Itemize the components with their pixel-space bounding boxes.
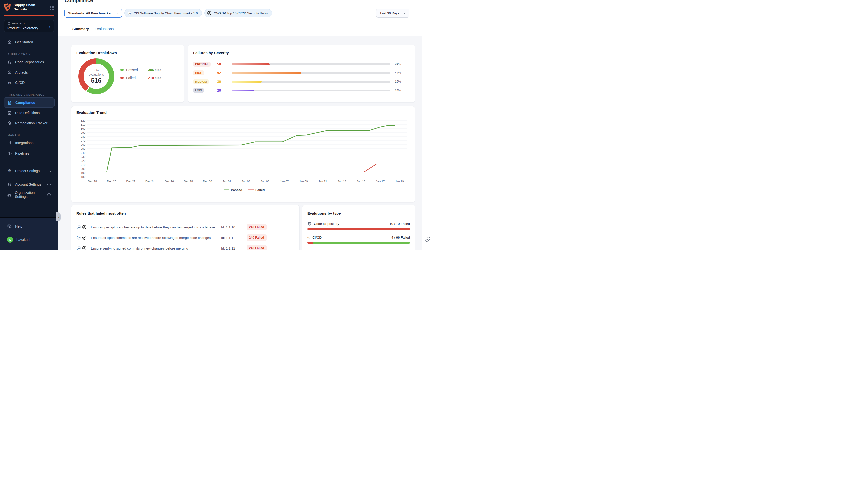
shield-logo-icon — [3, 3, 11, 12]
rule-failed-badge: 240 Failed — [247, 234, 267, 241]
severity-count: 29 — [217, 88, 232, 93]
standards-filter-select[interactable]: Standards: All Benchmarks — [64, 9, 122, 17]
benchmark-chip-owasp-top-10-ci-cd-s[interactable]: OWASP Top 10 CI/CD Security Risks — [204, 9, 272, 17]
failed-rule-row[interactable]: CISEnsure all open comments are resolved… — [76, 232, 267, 243]
svg-text:260: 260 — [81, 143, 85, 146]
svg-text:Jan 15: Jan 15 — [357, 180, 365, 183]
rule-text: Ensure all open comments are resolved be… — [91, 236, 221, 240]
sidebar-item-ci-cd[interactable]: ∞CI/CD — [3, 78, 54, 88]
sidebar-item-code-repositories[interactable]: Code Repositories — [3, 57, 54, 67]
severity-count: 92 — [217, 71, 232, 75]
svg-text:300: 300 — [81, 127, 85, 130]
svg-text:Passed: Passed — [231, 188, 243, 192]
layers-icon — [7, 182, 12, 187]
type-progress-bar — [307, 228, 410, 230]
type-value: 4 / 66 Failed — [391, 236, 410, 240]
project-selector[interactable]: PROJECT Product Exploratory › — [4, 20, 54, 33]
sidebar-item-remediation-tracker[interactable]: Remediation Tracker — [3, 118, 54, 128]
severity-bar — [232, 90, 390, 92]
evaluation-trend-card: Evaluation Trend 32031030029028027026025… — [71, 106, 415, 202]
sidebar-item-label: Help — [15, 224, 22, 228]
infinity-icon: ∞ — [7, 81, 12, 85]
svg-text:320: 320 — [81, 119, 85, 122]
svg-text:Jan 09: Jan 09 — [299, 180, 308, 183]
svg-text:CIS: CIS — [128, 12, 131, 14]
legend-label: Passed — [126, 68, 148, 72]
failed-rule-row[interactable]: CISEnsure verifying signed commits of ne… — [76, 243, 267, 250]
chip-label: CIS Software Supply Chain Benchmarks 1.0 — [134, 11, 198, 15]
sidebar-item-organization-settings[interactable]: Organization Settings — [3, 190, 54, 200]
user-menu[interactable]: L Lavakush — [3, 234, 54, 245]
severity-row-low: LOW2914% — [193, 88, 410, 93]
pipelines-icon — [7, 151, 12, 156]
sidebar-item-compliance[interactable]: Compliance — [3, 97, 54, 108]
sidebar-item-help[interactable]: ?Help — [3, 222, 54, 231]
help-icon: ? — [7, 224, 12, 229]
severity-badge: MEDIUM — [193, 79, 209, 84]
svg-text:190: 190 — [81, 171, 85, 174]
sidebar-item-label: Artifacts — [15, 70, 28, 74]
sidebar-section-header: RISK AND COMPLIANCE — [8, 93, 50, 96]
page-title: Compliance — [64, 0, 93, 3]
sidebar-item-label: Code Repositories — [15, 60, 44, 64]
card-title: Evaluation Trend — [76, 110, 410, 114]
date-range-select[interactable]: Last 30 Days — [376, 9, 409, 17]
severity-badge: LOW — [193, 88, 204, 93]
clipboard-icon — [7, 111, 12, 115]
owasp-icon — [82, 235, 87, 240]
svg-text:280: 280 — [81, 135, 85, 138]
cube-icon — [7, 70, 12, 75]
svg-text:180: 180 — [81, 175, 85, 179]
page: Supply ChainSecurity PROJECT Pr — [0, 0, 434, 250]
svg-text:Failed: Failed — [256, 188, 265, 192]
rule-id: Id: 1.1.12 — [221, 246, 244, 250]
project-label: PROJECT — [12, 22, 25, 25]
sidebar-item-rule-definitions[interactable]: Rule Definitions — [3, 108, 54, 118]
severity-count: 39 — [217, 80, 232, 84]
svg-text:?: ? — [8, 225, 9, 227]
rule-text: Ensure open git branches are up to date … — [91, 226, 221, 229]
date-range-value: Last 30 Days — [380, 11, 399, 15]
sidebar-item-account-settings[interactable]: Account Settings — [3, 179, 54, 190]
severity-badge: HIGH — [193, 70, 204, 75]
svg-text:310: 310 — [81, 123, 85, 126]
legend-value: 306 — [148, 68, 154, 72]
tab-summary[interactable]: Summary — [72, 27, 89, 31]
repo-icon — [7, 60, 12, 64]
chat-widget-icon[interactable] — [425, 236, 431, 243]
sidebar-item-integrations[interactable]: Integrations — [3, 138, 54, 148]
sidebar-collapse-handle[interactable]: ◀ — [56, 212, 61, 221]
type-label: Code Repository — [314, 222, 339, 226]
owasp-icon — [82, 246, 87, 250]
owasp-icon — [82, 225, 87, 229]
sidebar-item-pipelines[interactable]: Pipelines — [3, 148, 54, 158]
app-grid-icon[interactable] — [50, 5, 54, 10]
svg-text:Jan 19: Jan 19 — [395, 180, 404, 183]
sidebar-bottom: ?Help L Lavakush — [0, 217, 58, 250]
svg-text:Dec 26: Dec 26 — [164, 180, 174, 183]
brand-divider — [4, 15, 54, 16]
severity-count: 50 — [217, 62, 232, 66]
evaluations-by-type-card: Evalutions by type Code Repository10 / 1… — [302, 205, 415, 250]
sidebar-item-project-settings[interactable]: ⚙Project Settings› — [3, 166, 54, 176]
sidebar-item-label: Get Started — [15, 40, 33, 44]
cis-icon: CIS — [76, 235, 81, 240]
type-value: 10 / 10 Failed — [389, 222, 410, 226]
sidebar-item-artifacts[interactable]: Artifacts — [3, 67, 54, 77]
donut-legend: Passed306rulesFailed210rules — [120, 68, 179, 94]
severity-row-critical: CRITICAL5024% — [193, 61, 410, 67]
tab-evaluations[interactable]: Evaluations — [95, 27, 113, 31]
cis-icon: CIS — [76, 246, 81, 250]
content: Evaluation Breakdown Total evaluations 5… — [58, 36, 422, 250]
svg-text:Jan 01: Jan 01 — [223, 180, 231, 183]
svg-text:Dec 20: Dec 20 — [107, 180, 116, 183]
benchmark-chip-cis-software-supply-[interactable]: CISCIS Software Supply Chain Benchmarks … — [124, 9, 202, 17]
sidebar-item-label: Pipelines — [15, 151, 29, 155]
header-divider — [58, 22, 422, 22]
svg-text:200: 200 — [81, 167, 85, 170]
card-title: Evalutions by type — [307, 211, 410, 215]
sidebar-item-get-started[interactable]: Get Started — [3, 37, 54, 47]
failed-rule-row[interactable]: CISEnsure open git branches are up to da… — [76, 222, 267, 232]
chevron-right-icon: › — [50, 169, 51, 173]
org-icon — [7, 193, 12, 197]
